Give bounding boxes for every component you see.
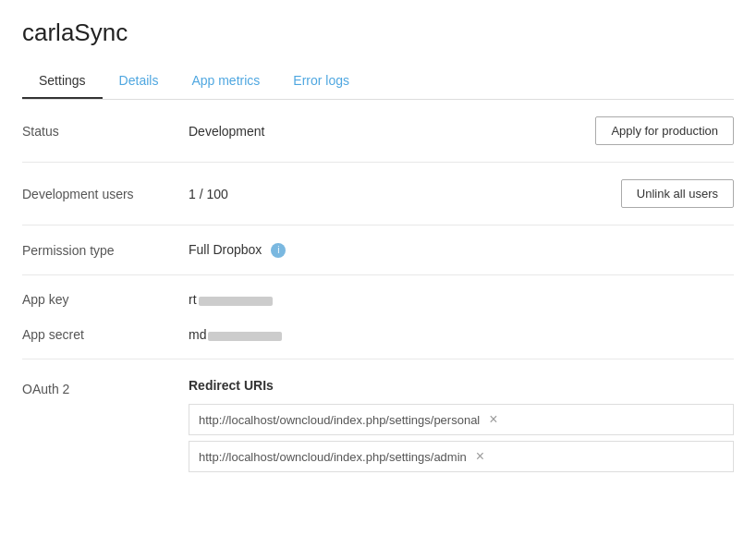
uri-value-2: http://localhost/owncloud/index.php/sett… — [199, 450, 467, 464]
tabs-container: Settings Details App metrics Error logs — [22, 64, 734, 100]
dev-users-label: Development users — [22, 187, 189, 201]
tab-settings[interactable]: Settings — [22, 64, 103, 99]
apply-action: Apply for production — [595, 116, 734, 145]
app-secret-row: App secret md — [22, 311, 734, 359]
status-label: Status — [22, 124, 189, 139]
unlink-action: Unlink all users — [621, 179, 734, 208]
oauth-content: Redirect URIs http://localhost/owncloud/… — [189, 378, 734, 478]
uri-remove-2[interactable]: × — [476, 449, 724, 464]
tab-details[interactable]: Details — [103, 64, 176, 99]
apply-for-production-button[interactable]: Apply for production — [595, 116, 734, 145]
permission-value: Full Dropbox i — [189, 242, 734, 258]
app-key-masked — [199, 297, 273, 306]
uri-value-1: http://localhost/owncloud/index.php/sett… — [199, 413, 480, 427]
unlink-all-users-button[interactable]: Unlink all users — [621, 179, 734, 208]
oauth-label: OAuth 2 — [22, 378, 189, 396]
app-secret-masked — [208, 332, 282, 341]
status-row: Status Development Apply for production — [22, 100, 734, 163]
permission-label: Permission type — [22, 243, 189, 258]
app-key-value: rt — [189, 292, 734, 307]
app-title: carlaSync — [22, 18, 734, 47]
permission-row: Permission type Full Dropbox i — [22, 225, 734, 275]
app-key-label: App key — [22, 292, 189, 307]
dev-users-value: 1 / 100 — [189, 187, 621, 201]
dev-users-row: Development users 1 / 100 Unlink all use… — [22, 163, 734, 225]
status-value: Development — [189, 124, 595, 139]
permission-info-icon[interactable]: i — [271, 243, 286, 258]
uri-row-1: http://localhost/owncloud/index.php/sett… — [189, 404, 734, 435]
app-secret-label: App secret — [22, 327, 189, 342]
oauth-row: OAuth 2 Redirect URIs http://localhost/o… — [22, 359, 734, 494]
uri-row-2: http://localhost/owncloud/index.php/sett… — [189, 441, 734, 472]
app-secret-value: md — [189, 327, 734, 342]
redirect-uris-title: Redirect URIs — [189, 378, 734, 393]
uri-remove-1[interactable]: × — [489, 412, 724, 427]
tab-error-logs[interactable]: Error logs — [276, 64, 366, 99]
tab-app-metrics[interactable]: App metrics — [175, 64, 276, 99]
settings-content: Status Development Apply for production … — [22, 100, 734, 494]
app-key-row: App key rt — [22, 275, 734, 311]
